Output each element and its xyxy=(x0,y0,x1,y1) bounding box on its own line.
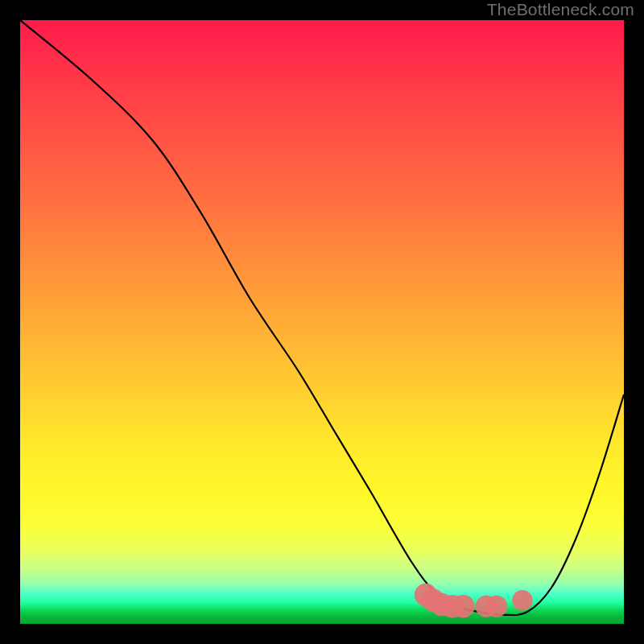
highlight-marker xyxy=(452,595,475,618)
bottleneck-curve xyxy=(20,20,624,615)
highlight-marker xyxy=(512,590,533,611)
chart-frame: TheBottleneck.com xyxy=(0,0,644,644)
highlight-markers xyxy=(415,584,533,618)
highlight-marker xyxy=(485,596,507,617)
chart-overlay xyxy=(20,20,624,624)
watermark-text: TheBottleneck.com xyxy=(487,0,634,19)
